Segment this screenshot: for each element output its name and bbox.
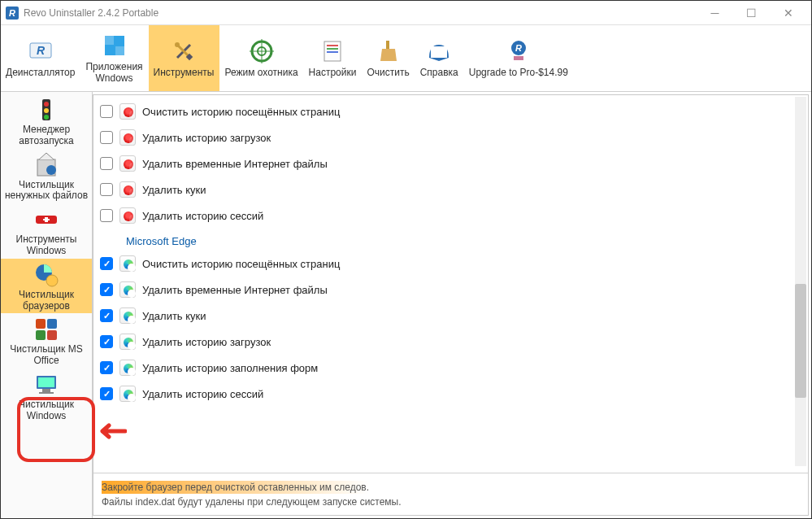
list-item[interactable]: Удалить временные Интернет файлы bbox=[100, 150, 801, 177]
cleaner-item-list: Очистить историю посещённых страницУдали… bbox=[93, 95, 808, 473]
list-item[interactable]: Удалить историю сессий bbox=[100, 203, 801, 229]
edge-icon bbox=[119, 386, 136, 402]
sidebar-item-label: Чистильщик Windows bbox=[2, 399, 90, 422]
win-apps-icon bbox=[102, 33, 128, 59]
scrollbar-thumb[interactable] bbox=[795, 284, 806, 398]
list-item[interactable]: Очистить историю посещённых страниц bbox=[100, 98, 801, 124]
sidebar-junk[interactable]: Чистильщик ненужных файлов bbox=[1, 149, 92, 204]
checkbox[interactable] bbox=[100, 283, 113, 296]
svg-point-9 bbox=[175, 42, 180, 47]
svg-rect-32 bbox=[43, 219, 50, 220]
ribbon-tools[interactable]: Инструменты bbox=[149, 25, 220, 91]
svg-rect-5 bbox=[105, 36, 114, 45]
svg-rect-35 bbox=[36, 319, 46, 329]
ribbon-help[interactable]: Справка bbox=[415, 25, 464, 91]
ribbon-hunter[interactable]: Режим охотника bbox=[219, 25, 303, 91]
svg-text:R: R bbox=[37, 44, 46, 57]
clean-icon bbox=[376, 38, 402, 64]
wincleaner-icon bbox=[33, 371, 60, 399]
ribbon-label: Upgrade to Pro-$14.99 bbox=[469, 68, 568, 79]
list-item[interactable]: Удалить историю загрузок bbox=[100, 329, 801, 355]
item-label: Удалить историю загрузок bbox=[142, 336, 271, 348]
list-item[interactable]: Удалить куки bbox=[100, 303, 801, 329]
svg-text:R: R bbox=[515, 43, 522, 53]
list-item[interactable]: Удалить историю заполнения форм bbox=[100, 355, 801, 381]
checkbox[interactable] bbox=[100, 105, 113, 118]
ribbon-settings[interactable]: Настройки bbox=[304, 25, 363, 91]
minimize-button[interactable]: ─ bbox=[697, 2, 733, 24]
sidebar-item-label: Инструменты Windows bbox=[2, 234, 90, 257]
checkbox[interactable] bbox=[100, 335, 113, 348]
edge-icon bbox=[119, 281, 136, 298]
ribbon-label: Приложения Wndows bbox=[85, 62, 142, 85]
sidebar-item-label: Чистильщик MS Office bbox=[2, 344, 90, 367]
svg-text:R: R bbox=[9, 8, 15, 18]
item-label: Удалить куки bbox=[142, 184, 206, 196]
edge-icon bbox=[119, 360, 136, 376]
list-item[interactable]: Очистить историю посещённых страниц bbox=[100, 251, 801, 277]
item-label: Удалить историю сессий bbox=[142, 210, 263, 222]
svg-rect-6 bbox=[115, 46, 124, 55]
opera-icon bbox=[119, 207, 136, 224]
app-icon: R bbox=[6, 7, 19, 20]
ribbon-clean[interactable]: Очистить bbox=[362, 25, 415, 91]
edge-icon bbox=[119, 307, 136, 324]
scrollbar-track[interactable] bbox=[795, 97, 806, 466]
sidebar-autorun[interactable]: Менеджер автозапуска bbox=[1, 94, 92, 149]
sidebar-office[interactable]: Чистильщик MS Office bbox=[1, 313, 92, 369]
item-label: Удалить историю сессий bbox=[142, 388, 263, 400]
edge-icon bbox=[119, 255, 136, 272]
ribbon-toolbar: R Деинсталлятор Приложения Wndows Инстру… bbox=[1, 25, 811, 92]
section-header-edge: Microsoft Edge bbox=[100, 229, 801, 251]
svg-rect-36 bbox=[47, 319, 57, 329]
uninstaller-icon: R bbox=[28, 38, 54, 64]
office-icon bbox=[33, 316, 60, 343]
svg-rect-38 bbox=[47, 330, 57, 340]
item-label: Удалить временные Интернет файлы bbox=[142, 158, 328, 170]
checkbox[interactable] bbox=[100, 209, 113, 222]
sidebar-item-label: Чистильщик ненужных файлов bbox=[2, 180, 90, 203]
svg-rect-40 bbox=[38, 377, 54, 387]
maximize-button[interactable]: ☐ bbox=[733, 2, 770, 24]
checkbox[interactable] bbox=[100, 183, 113, 196]
svg-point-29 bbox=[46, 165, 56, 175]
item-label: Удалить куки bbox=[142, 310, 206, 322]
sidebar-browsers[interactable]: Чистильщик браузеров bbox=[1, 259, 92, 314]
checkbox[interactable] bbox=[100, 131, 113, 144]
ribbon-uninstaller[interactable]: R Деинсталлятор bbox=[1, 25, 80, 91]
autorun-icon bbox=[33, 96, 60, 124]
ribbon-label: Справка bbox=[420, 68, 458, 79]
checkbox[interactable] bbox=[100, 361, 113, 374]
body-area: Менеджер автозапуска Чистильщик ненужных… bbox=[1, 92, 811, 518]
checkbox[interactable] bbox=[100, 257, 113, 270]
ribbon-upgrade[interactable]: R Upgrade to Pro-$14.99 bbox=[464, 25, 574, 91]
list-item[interactable]: Удалить куки bbox=[100, 177, 801, 203]
main-panel: Очистить историю посещённых страницУдали… bbox=[93, 94, 809, 516]
opera-icon bbox=[119, 129, 136, 146]
window-title: Revo Uninstaller 2.4.2 Portable bbox=[24, 7, 697, 19]
item-label: Очистить историю посещённых страниц bbox=[142, 106, 340, 118]
checkbox[interactable] bbox=[100, 157, 113, 170]
list-item[interactable]: Удалить историю загрузок bbox=[100, 124, 801, 150]
close-button[interactable]: ✕ bbox=[770, 2, 806, 24]
svg-rect-16 bbox=[327, 45, 338, 46]
checkbox[interactable] bbox=[100, 309, 113, 322]
sidebar-item-label: Менеджер автозапуска bbox=[2, 124, 90, 147]
settings-icon bbox=[319, 38, 345, 64]
ribbon-win-apps[interactable]: Приложения Wndows bbox=[80, 25, 148, 91]
sidebar-win-tools[interactable]: Инструменты Windows bbox=[1, 203, 92, 259]
list-item[interactable]: Удалить историю сессий bbox=[100, 381, 801, 407]
item-label: Удалить временные Интернет файлы bbox=[142, 284, 328, 296]
checkbox[interactable] bbox=[100, 387, 113, 400]
browsers-icon bbox=[33, 261, 60, 289]
swiss-icon bbox=[33, 206, 60, 233]
help-icon bbox=[426, 38, 452, 64]
junk-icon bbox=[33, 151, 60, 179]
upgrade-icon: R bbox=[506, 38, 532, 64]
ribbon-label: Инструменты bbox=[154, 68, 215, 79]
item-label: Очистить историю посещённых страниц bbox=[142, 258, 340, 270]
list-item[interactable]: Удалить временные Интернет файлы bbox=[100, 277, 801, 303]
svg-rect-23 bbox=[514, 56, 523, 60]
opera-icon bbox=[119, 181, 136, 198]
sidebar-win-cleaner[interactable]: Чистильщик Windows bbox=[1, 369, 92, 424]
